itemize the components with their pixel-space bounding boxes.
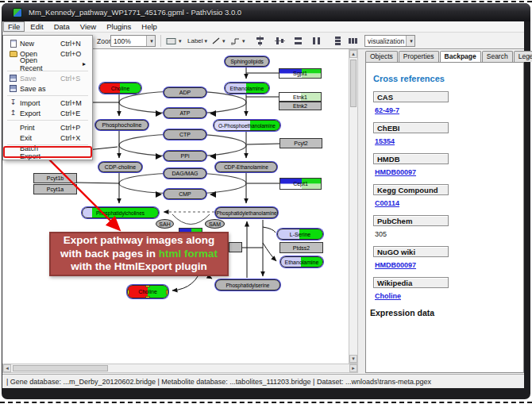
pathway-node-l-serine[interactable]: L-Serine xyxy=(277,229,323,240)
tab-properties[interactable]: Properties xyxy=(399,51,439,62)
stack-vertical-button[interactable] xyxy=(331,35,345,47)
file-menu-item-print[interactable]: PrintCtrl+P xyxy=(4,122,91,133)
scroll-down-icon[interactable]: ▾ xyxy=(349,355,357,363)
panel-splitter[interactable] xyxy=(358,49,365,373)
node-label: Phosphatidylserine xyxy=(226,283,270,288)
pathway-node-phosphatidylcholines[interactable]: Phosphatidylcholines xyxy=(82,207,159,218)
vscroll-thumb[interactable] xyxy=(350,60,357,107)
pathway-node[interactable] xyxy=(229,242,242,252)
pathway-node-pcyt1a[interactable]: Pcyt1a xyxy=(33,184,77,194)
tab-legend[interactable]: Legend xyxy=(514,51,532,62)
pathway-node-phosphocholine[interactable]: Phosphocholine xyxy=(95,120,148,130)
pathway-node-ctp[interactable]: CTP xyxy=(164,129,206,140)
menubar-item-plugins[interactable]: Plugins xyxy=(102,21,136,32)
label-tool-button[interactable]: Label▾ xyxy=(186,35,209,47)
stack-horizontal-button[interactable] xyxy=(346,35,360,47)
pathway-node-sah[interactable]: SAH xyxy=(156,219,174,229)
visualization-value: visualization xyxy=(368,37,404,45)
selection-handle[interactable] xyxy=(127,290,129,294)
zoom-caret-icon[interactable]: ▾ xyxy=(146,36,155,46)
pathway-node-phosphatidylethanolamine[interactable]: Phosphatidylethanolamine xyxy=(215,207,278,218)
common-width-button[interactable] xyxy=(291,35,305,47)
backpage-link[interactable]: Choline xyxy=(375,292,401,300)
pathway-node-ethanolamine[interactable]: Ethanolamine xyxy=(225,83,269,94)
selection-handle[interactable] xyxy=(166,296,168,298)
scroll-left-icon[interactable]: ◂ xyxy=(3,364,11,372)
selection-handle[interactable] xyxy=(145,285,150,287)
tab-backpage[interactable]: Backpage xyxy=(440,51,481,63)
toolbar-separator xyxy=(160,35,161,47)
zoom-combobox[interactable]: 100% ▾ xyxy=(110,35,156,47)
canvas-horizontal-scrollbar[interactable]: ◂ ▸ xyxy=(2,364,358,373)
pathway-node-etnk1[interactable]: Etnk1 xyxy=(279,92,322,102)
file-menu-item-open-recent[interactable]: Open Recent▸ xyxy=(4,59,91,69)
menubar-item-view[interactable]: View xyxy=(75,21,101,32)
backpage-link[interactable]: 15354 xyxy=(375,137,395,145)
selection-handle[interactable] xyxy=(166,290,168,294)
pathway-node-atp[interactable]: ATP xyxy=(164,108,206,118)
backpage-link[interactable]: HMDB00097 xyxy=(375,261,416,269)
pathway-node-adp[interactable]: ADP xyxy=(164,87,206,98)
pathway-node-choline[interactable]: Choline xyxy=(99,83,141,94)
pathway-node-cdp-ethanolamine[interactable]: CDP-Ethanolamine xyxy=(215,162,277,172)
backpage-link[interactable]: 62-49-7 xyxy=(375,106,399,114)
callout-text-post: with the HtmlExport plugin xyxy=(71,260,207,272)
selection-handle[interactable] xyxy=(166,285,168,287)
backpage-link[interactable]: C00114 xyxy=(375,199,399,207)
file-menu-item-import[interactable]: ↧ImportCtrl+M xyxy=(4,98,91,108)
pathway-node-choline[interactable]: Choline xyxy=(127,285,168,298)
pathway-node-phosphatidylserine[interactable]: Phosphatidylserine xyxy=(215,279,280,290)
menubar-item-data[interactable]: Data xyxy=(49,21,75,32)
menu-item-label: Save as xyxy=(20,85,60,93)
pathway-node-pcyt2[interactable]: Pcyt2 xyxy=(279,138,322,148)
align-center-horizontal-button[interactable] xyxy=(253,35,267,47)
menu-item-shortcut: Ctrl+O xyxy=(60,50,89,58)
scroll-up-icon[interactable]: ▴ xyxy=(349,50,357,58)
line-tool-button[interactable]: ▾ xyxy=(210,35,227,47)
file-menu-item-save[interactable]: SaveCtrl+S xyxy=(4,73,91,83)
canvas-vertical-scrollbar[interactable]: ▴ ▾ xyxy=(349,49,358,364)
tab-search[interactable]: Search xyxy=(482,51,513,62)
hscroll-thumb[interactable] xyxy=(13,365,108,371)
selection-handle[interactable] xyxy=(127,285,129,287)
node-label: Sphingolipids xyxy=(230,59,264,64)
file-menu-item-save-as[interactable]: Save as xyxy=(4,83,91,94)
common-height-button[interactable] xyxy=(310,35,323,47)
menubar-item-help[interactable]: Help xyxy=(137,21,162,32)
pathway-node-sam[interactable]: SAM xyxy=(205,219,225,229)
pathway-node-ethanolamine[interactable]: Ethanolamine xyxy=(280,256,323,267)
line-tool-icon xyxy=(211,37,221,45)
pathway-node-cept1[interactable]: Cept1 xyxy=(279,178,322,190)
menubar-item-edit[interactable]: Edit xyxy=(25,21,48,32)
datanode-tool-button[interactable]: ▾ xyxy=(164,35,183,47)
pathway-node-ptdss2[interactable]: Ptdss2 xyxy=(279,242,323,253)
pathway-node-pcyt1b[interactable]: Pcyt1b xyxy=(33,173,77,183)
connector-tool-button[interactable]: ▾ xyxy=(229,35,247,47)
pathway-node-etnk2[interactable]: Etnk2 xyxy=(279,102,322,110)
pathway-node-o-phosphoethanolamine[interactable]: O-Phosphoethanolamine xyxy=(214,120,280,131)
scroll-right-icon[interactable]: ▸ xyxy=(349,364,357,372)
pathway-node-sphingolipids[interactable]: Sphingolipids xyxy=(225,56,269,67)
pathway-node-ppi[interactable]: PPi xyxy=(164,151,206,161)
tab-objects[interactable]: Objects xyxy=(365,51,398,62)
pathway-node-sgpl1[interactable]: Sgpl1 xyxy=(279,68,322,79)
file-menu-item-export[interactable]: ↥ExportCtrl+E xyxy=(4,108,91,118)
backpage-link[interactable]: HMDB00097 xyxy=(375,168,416,176)
annotation-callout: Export pathway images along with back pa… xyxy=(49,232,229,276)
menubar-item-file[interactable]: File xyxy=(3,21,25,32)
align-center-vertical-button[interactable] xyxy=(273,35,287,47)
visualization-combobox[interactable]: visualization ▾ xyxy=(364,35,415,47)
file-menu-item-exit[interactable]: ExitCtrl+X xyxy=(4,133,91,143)
selection-handle[interactable] xyxy=(127,296,129,298)
pathway-node-cmp[interactable]: CMP xyxy=(164,189,206,199)
selection-handle[interactable] xyxy=(145,296,150,298)
pathway-node-dag-mag[interactable]: DAG/MAG xyxy=(164,168,206,179)
node-label: Pcyt1b xyxy=(47,175,64,181)
file-menu-item-batch-export[interactable]: Batch Export xyxy=(4,147,91,157)
pathway-node-cdp-choline[interactable]: CDP-choline xyxy=(98,162,142,172)
visualization-caret-icon[interactable]: ▾ xyxy=(406,36,414,46)
backpage-section-pubchem: PubChem305 xyxy=(373,215,523,238)
file-menu-item-new[interactable]: NewCtrl+N xyxy=(4,38,91,48)
connector-tool-icon xyxy=(230,37,241,45)
menu-separator xyxy=(7,95,88,96)
